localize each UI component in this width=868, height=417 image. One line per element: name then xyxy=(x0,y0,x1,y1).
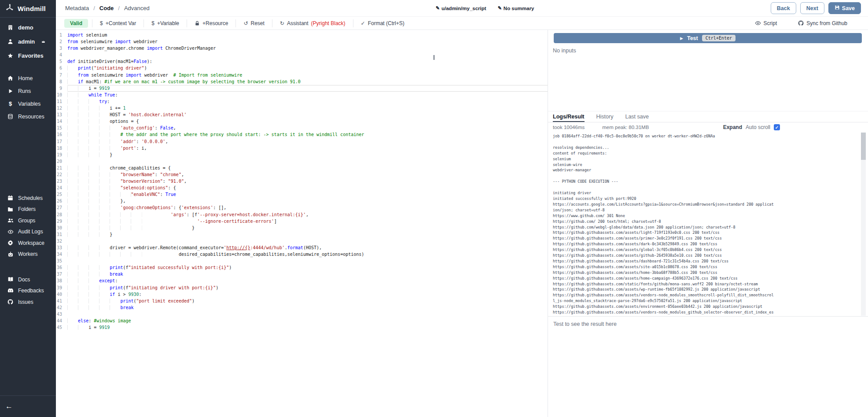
autoscroll-checkbox[interactable] xyxy=(774,124,780,130)
result-tabs: Logs/ResultHistoryLast save xyxy=(548,111,868,122)
line-number: 19 xyxy=(56,151,67,158)
script-path[interactable]: ✎ u/admin/my_script xyxy=(436,5,486,11)
resource-button[interactable]: +Resource xyxy=(187,20,235,26)
sidebar-item-home[interactable]: Home xyxy=(0,72,56,85)
eye-icon xyxy=(755,20,761,26)
line-number: 39 xyxy=(56,284,67,291)
header-actions: Back Next Save xyxy=(771,2,861,14)
sidebar-collapse[interactable]: ← xyxy=(0,395,56,417)
code-line-34: 34 desired_capabilities=chrome_capabilit… xyxy=(56,251,548,258)
pencil-icon: ✎ xyxy=(436,5,440,11)
dollar-icon: $ xyxy=(7,100,14,107)
code-line-27: 27 'goog:chromeOptions': {'extensions': … xyxy=(56,204,548,211)
tab-metadata[interactable]: Metadata xyxy=(65,5,89,11)
back-button[interactable]: Back xyxy=(771,2,796,14)
tab-advanced[interactable]: Advanced xyxy=(124,5,150,11)
sidebar-item-label: Docs xyxy=(18,277,30,283)
line-number: 23 xyxy=(56,178,67,185)
logs-scrollbar[interactable] xyxy=(861,133,866,316)
sidebar-item-groups[interactable]: Groups xyxy=(0,215,56,226)
code-line-12: 12 i += 1 xyxy=(56,105,548,111)
format-ctrl-s-button[interactable]: ✓Format (Ctrl+S) xyxy=(353,20,412,26)
code-line-36: 36 print(f"initiated successfully with p… xyxy=(56,264,548,271)
line-number: 9 xyxy=(56,85,67,92)
code-editor[interactable]: 1import selenium2from seleniumwire impor… xyxy=(56,30,548,417)
app-brand: Windmill xyxy=(18,5,46,12)
code-line-32: 32 xyxy=(56,238,548,244)
run-panel: ▶ Test Ctrl+Enter No inputs Logs/ResultH… xyxy=(548,30,868,417)
sidebar-item-folders[interactable]: Folders xyxy=(0,204,56,215)
sidebar-item-feedbacks[interactable]: Feedbacks xyxy=(0,285,56,297)
code-line-8: 8 if macM1: #if we are on mac m1 -> cust… xyxy=(56,78,548,85)
sidebar-item-schedules[interactable]: Schedules xyxy=(0,192,56,204)
toolbar-button-label: +Variable xyxy=(157,20,179,26)
scrollbar-thumb[interactable] xyxy=(861,133,866,160)
main-column: Metadata/Code/Advanced ✎ u/admin/my_scri… xyxy=(56,0,868,417)
editor-overview-mark xyxy=(434,55,434,60)
line-number: 2 xyxy=(56,38,67,45)
expand-button[interactable]: Expand xyxy=(723,124,742,130)
code-line-23: 23 "browserVersion": "91.0", xyxy=(56,178,548,185)
assistant-button[interactable]: ↻Assistant(Pyright Black) xyxy=(272,20,353,26)
test-button[interactable]: ▶ Test Ctrl+Enter xyxy=(554,33,862,43)
sidebar-item-label: Schedules xyxy=(18,195,43,201)
next-button[interactable]: Next xyxy=(800,2,824,14)
code-line-16: 16 # the addr and the port where the pro… xyxy=(56,131,548,138)
breadcrumb: Metadata/Code/Advanced xyxy=(65,5,150,11)
sync-from-github-button[interactable]: Sync from Github xyxy=(791,20,855,26)
discord-icon xyxy=(7,288,14,293)
code-line-26: 26 }, xyxy=(56,198,548,204)
script-button[interactable]: Script xyxy=(747,20,785,26)
code-line-37: 37 break xyxy=(56,271,548,277)
script-path-label: u/admin/my_script xyxy=(441,6,486,11)
code-line-31: 31 } xyxy=(56,231,548,238)
tab-last-save[interactable]: Last save xyxy=(625,111,649,122)
sidebar-item-workers[interactable]: Workers xyxy=(0,249,56,260)
line-number: 22 xyxy=(56,171,67,178)
user-icon xyxy=(7,39,14,44)
sidebar-item-workspace[interactable]: Workspace xyxy=(0,237,56,249)
script-summary[interactable]: ✎ No summary xyxy=(498,5,534,11)
breadcrumb-separator: / xyxy=(93,5,95,11)
line-number: 29 xyxy=(56,218,67,225)
tab-history[interactable]: History xyxy=(596,111,614,122)
reset-button[interactable]: ↺Reset xyxy=(236,20,272,26)
context-var-button[interactable]: $+Context Var xyxy=(92,20,143,26)
sidebar-item-admin[interactable]: admin xyxy=(0,34,56,48)
windmill-logo-icon xyxy=(5,3,15,15)
sidebar: Windmill demoadminFavoritesHomeRuns$Vari… xyxy=(0,0,56,417)
code-line-17: 17 'addr': '0.0.0.0', xyxy=(56,138,548,145)
line-number: 17 xyxy=(56,138,67,145)
users-icon xyxy=(7,218,14,223)
code-line-43: 43 xyxy=(56,311,548,317)
sidebar-item-issues[interactable]: Issues xyxy=(0,296,56,308)
sidebar-item-variables[interactable]: $Variables xyxy=(0,97,56,110)
save-button[interactable]: Save xyxy=(828,2,861,14)
tab-code[interactable]: Code xyxy=(99,5,114,11)
variable-button[interactable]: $+Variable xyxy=(144,20,187,26)
star-icon xyxy=(7,53,14,59)
sidebar-item-resources[interactable]: Resources xyxy=(0,110,56,123)
save-icon xyxy=(835,5,840,11)
github-icon xyxy=(7,299,14,305)
sidebar-item-runs[interactable]: Runs xyxy=(0,85,56,97)
sidebar-item-demo[interactable]: demo xyxy=(0,20,56,34)
line-number: 11 xyxy=(56,98,67,105)
sidebar-item-audit-logs[interactable]: Audit Logs xyxy=(0,226,56,238)
undo-icon: ↺ xyxy=(243,20,248,26)
app-logo[interactable]: Windmill xyxy=(0,0,56,18)
sidebar-item-label: Feedbacks xyxy=(18,288,44,294)
sidebar-item-label: Audit Logs xyxy=(18,229,43,235)
sidebar-item-favorites[interactable]: Favorites xyxy=(0,48,56,63)
logs-panel[interactable]: job 01864aff-22dd-cf40-f0c5-0ec8e9b50c70… xyxy=(548,132,868,316)
sidebar-item-docs[interactable]: Docs xyxy=(0,274,56,285)
tab-logs-result[interactable]: Logs/Result xyxy=(553,111,585,122)
code-line-25: 25 "enableVNC": True xyxy=(56,191,548,198)
sidebar-item-label: Resources xyxy=(18,114,44,120)
run-meta-row: took 10046ms mem peak: 80.31MB Expand Au… xyxy=(548,122,780,132)
code-line-39: 39 print(f"initiating driver with port:{… xyxy=(56,284,548,291)
code-line-10: 10 while True: xyxy=(56,92,548,98)
code-line-13: 13 HOST = 'host.docker.internal' xyxy=(56,111,548,118)
line-number: 4 xyxy=(56,52,67,58)
lint-status-badge: Valid xyxy=(64,19,88,28)
